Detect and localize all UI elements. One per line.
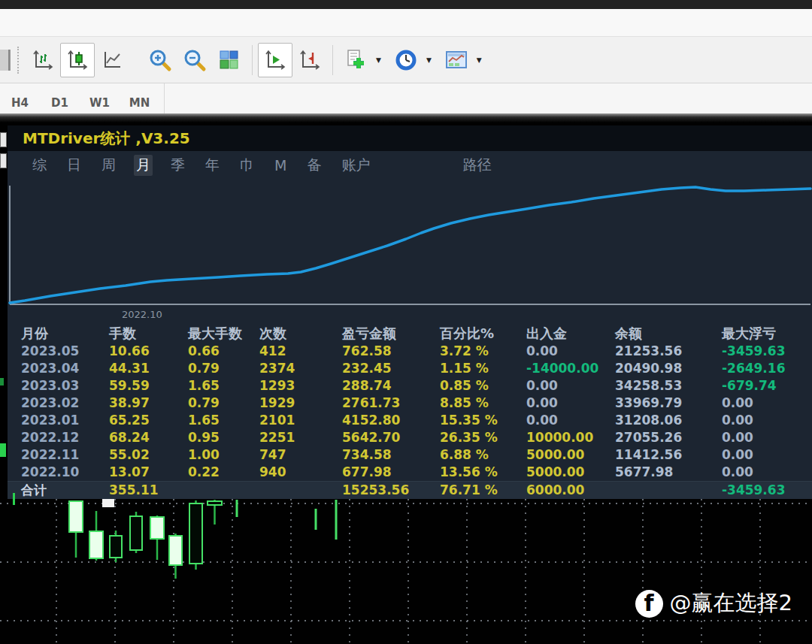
periods-dropdown[interactable]: ▼ [426,56,432,64]
panel-menu-item[interactable]: 备 [304,155,323,176]
toolbar-drag-handle[interactable] [17,47,19,74]
panel-menu-item[interactable]: 日 [65,155,83,176]
candle-body [130,516,142,550]
background-window-fragment [0,153,7,168]
timeframe-mn[interactable]: MN [120,96,159,110]
watermark-text: @赢在选择2 [670,588,792,618]
panel-menu: 综日周月季年巾M备账户路径 [8,151,812,180]
cropped-icon [0,50,11,71]
table-header-row: 月份手数最大手数次数盈亏金额百分比%出入金余额最大浮亏 [8,325,812,343]
candle-body [169,536,182,565]
timeframe-d1[interactable]: D1 [40,96,80,110]
table-row: 2023.0444.310.792374232.451.15 %-14000.0… [8,360,812,377]
left-edge-candle-mark [0,443,6,457]
add-indicator-dropdown[interactable]: ▼ [376,56,381,64]
toolbar-chrome: ▼ ▼ ▼ H4D1W1MN [0,9,812,122]
background-window-fragment [0,132,7,147]
tile-windows-button[interactable] [212,43,247,77]
table-row: 2022.1155.021.00747734.586.88 %5000.0011… [8,446,812,464]
watermark: f @赢在选择2 [635,588,792,618]
panel-menu-item[interactable]: M [272,156,289,174]
left-edge-candle-mark [13,493,15,505]
zoom-out-button[interactable] [177,43,212,77]
candle-body [208,501,222,505]
panel-menu-item[interactable]: 综 [30,155,49,176]
panel-title: MTDriver统计 ,V3.25 [8,125,812,151]
menu-strip [0,9,812,37]
chart-line-button[interactable] [95,43,129,77]
panel-menu-item[interactable]: 周 [99,155,118,176]
chart-candles-button[interactable] [60,43,95,77]
periods-button[interactable] [389,43,423,77]
window-top-edge [0,0,812,9]
chart-line-icon [101,49,123,71]
chrome-bottom-edge [0,113,812,122]
table-row: 2022.1268.240.9522515642.7026.35 %10000.… [8,429,812,446]
panel-menu-item[interactable]: 路径 [460,155,493,176]
candle-body [110,536,122,558]
panel-menu-item[interactable]: 账户 [339,155,372,176]
candlestick-chart[interactable] [0,492,812,644]
table-row: 2023.0238.970.7919292761.738.85 %0.00339… [8,395,812,412]
table-total-row: 合计355.1115253.5676.71 %6000.00-3459.63 [8,481,812,499]
zoom-out-icon [183,48,207,72]
table-row: 2023.0165.251.6521014152.8015.35 %0.0031… [8,412,812,429]
table-row: 2023.0510.660.66412762.583.72 %0.0021253… [8,343,812,360]
equity-curve-chart: 2022.10 [8,180,812,324]
tile-windows-icon [218,49,241,71]
mt4-window: ▼ ▼ ▼ H4D1W1MN [0,0,812,644]
auto-scroll-button[interactable] [258,43,292,77]
add-indicator-icon [344,48,368,72]
chart-bars-icon [32,49,54,71]
left-edge-candle-mark [0,378,4,385]
zoom-in-icon [148,48,172,72]
chart-candles-icon [66,49,89,71]
templates-icon [444,48,468,72]
chart-area: MTDriver统计 ,V3.25 综日周月季年巾M备账户路径 2022.10 … [0,122,812,644]
panel-menu-item[interactable]: 巾 [238,155,256,176]
table-row: 2022.1013.070.22940677.9813.56 %5000.005… [8,464,812,481]
monthly-stats-table: 月份手数最大手数次数盈亏金额百分比%出入金余额最大浮亏2023.0510.660… [8,325,812,499]
timeframe-h4[interactable]: H4 [0,96,40,110]
candle-body [189,503,202,564]
equity-axis-tick-label: 2022.10 [122,309,162,320]
panel-menu-item[interactable]: 年 [203,155,222,176]
white-marker [102,499,114,507]
candle-body [69,501,83,532]
panel-menu-item[interactable]: 季 [168,155,187,176]
candle-body [89,531,103,558]
equity-curve [10,187,810,303]
timeframe-w1[interactable]: W1 [80,96,120,110]
auto-scroll-icon [264,49,286,71]
panel-menu-item[interactable]: 月 [134,155,153,176]
standard-toolbar: ▼ ▼ ▼ [0,37,812,83]
chart-shift-icon [298,49,321,71]
templates-button[interactable] [439,43,474,77]
table-row: 2023.0359.591.651293288.740.85 %0.003425… [8,377,812,395]
facebook-icon: f [635,590,663,618]
add-indicator-button[interactable] [338,43,373,77]
candle-body [150,517,164,539]
periods-clock-icon [394,48,418,72]
mtdriver-stats-panel: MTDriver统计 ,V3.25 综日周月季年巾M备账户路径 2022.10 … [8,125,812,499]
templates-dropdown[interactable]: ▼ [477,56,482,64]
chart-bars-button[interactable] [26,43,60,77]
zoom-in-button[interactable] [143,43,177,77]
chart-shift-button[interactable] [292,43,327,77]
